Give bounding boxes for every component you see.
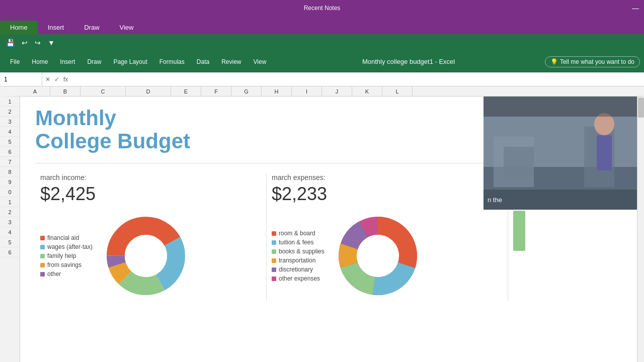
ribbon-tab-formulas[interactable]: Formulas [153,51,191,72]
room-board-dot [272,231,276,236]
expenses-legend-room: room & board [272,230,325,237]
undo-icon[interactable]: ↩ [20,38,30,48]
row-16[interactable]: 6 [0,247,20,257]
workbook-title: Monthly college budget1 - Excel [272,58,545,65]
discretionary-label: discretionary [279,266,313,273]
app-tabs: Home Insert Draw View [0,16,644,34]
row-8[interactable]: 8 [0,167,20,177]
scrollbar-thumb[interactable] [638,98,644,118]
row-5[interactable]: 5 [0,137,20,147]
svg-point-13 [125,235,167,277]
formula-input[interactable] [71,76,642,83]
row-14[interactable]: 4 [0,227,20,237]
ribbon-tab-insert[interactable]: Insert [54,51,81,72]
expenses-legend: room & board tuition & fees books & supp… [272,230,325,282]
col-header-b[interactable]: B [50,86,80,96]
row-3[interactable]: 3 [0,117,20,127]
photo-image: n the [484,97,637,210]
app-tab-view[interactable]: View [110,21,144,34]
title-bar: Recent Notes — [0,0,644,16]
save-icon[interactable]: 💾 [4,38,17,48]
wages-label: wages (after-tax) [47,243,93,250]
expenses-section: march expenses: $2,233 room & board tuit… [267,173,508,301]
expenses-legend-other: other expenses [272,275,325,282]
tuition-label: tuition & fees [279,239,313,246]
svg-rect-6 [504,147,534,177]
photo-panel: n the [484,97,637,210]
ribbon-tab-draw[interactable]: Draw [81,51,107,72]
expenses-amount: $2,233 [272,184,498,205]
function-icon[interactable]: fx [62,76,69,83]
ribbon-tab-file[interactable]: File [4,51,26,72]
expenses-legend-discretionary: discretionary [272,266,325,273]
expenses-legend-books: books & supplies [272,248,325,255]
family-help-dot [40,254,45,258]
col-header-f[interactable]: F [201,86,231,96]
tuition-dot [272,240,276,245]
col-header-i[interactable]: I [292,86,322,96]
savings-dot [40,263,45,267]
row-10[interactable]: 0 [0,187,20,197]
row-11[interactable]: 1 [0,197,20,207]
transport-dot [272,258,276,263]
books-dot [272,249,276,254]
col-header-d[interactable]: D [126,86,171,96]
discretionary-dot [272,267,276,272]
expenses-legend-tuition: tuition & fees [272,239,325,246]
row-12[interactable]: 2 [0,207,20,217]
expenses-donut [333,211,423,301]
col-header-g[interactable]: G [231,86,262,96]
ribbon-tab-view[interactable]: View [248,51,273,72]
app-tab-home[interactable]: Home [0,21,38,34]
col-header-h[interactable]: H [262,86,292,96]
row-9[interactable]: 9 [0,177,20,187]
row-2[interactable]: 2 [0,107,20,117]
income-legend-financial-aid: financial aid [40,234,93,241]
redo-icon[interactable]: ↪ [33,38,43,48]
tell-me-text: Tell me what you want to do [560,58,634,65]
vertical-scrollbar[interactable] [637,97,644,362]
income-legend-savings: from savings [40,261,93,268]
minimize-button[interactable]: — [632,4,639,12]
app-tab-insert[interactable]: Insert [38,21,74,34]
row-numbers: 1 2 3 4 5 6 7 8 9 0 1 2 3 4 5 6 [0,97,20,362]
savings-label: from savings [47,261,82,268]
ribbon-tab-home[interactable]: Home [26,51,54,72]
ribbon-tab-data[interactable]: Data [191,51,215,72]
financial-aid-label: financial aid [47,234,79,241]
col-header-k[interactable]: K [352,86,382,96]
row-6[interactable]: 6 [0,147,20,157]
svg-point-20 [357,235,399,277]
col-header-j[interactable]: J [322,86,352,96]
room-board-label: room & board [279,230,315,237]
expenses-chart-content: room & board tuition & fees books & supp… [272,211,498,301]
customize-icon[interactable]: ▼ [46,38,57,48]
ribbon-tab-pagelayout[interactable]: Page Layout [107,51,153,72]
col-header-a[interactable]: A [20,86,50,96]
col-header-c[interactable]: C [80,86,126,96]
income-section: march income: $2,425 financial aid wages… [35,173,267,301]
tell-me-box[interactable]: 💡 Tell me what you want to do [545,56,640,67]
row-7[interactable]: 7 [0,157,20,167]
expenses-label: march expenses: [272,173,498,182]
quick-access-toolbar: 💾 ↩ ↪ ▼ [0,34,644,51]
row-1[interactable]: 1 [0,97,20,107]
financial-aid-dot [40,236,45,240]
col-header-l[interactable]: L [382,86,413,96]
col-header-e[interactable]: E [171,86,201,96]
row-13[interactable]: 3 [0,217,20,227]
ribbon: File Home Insert Draw Page Layout Formul… [0,51,644,72]
family-help-label: family help [47,252,76,259]
title-bar-text: Recent Notes [304,5,341,12]
row-15[interactable]: 5 [0,237,20,247]
wages-dot [40,245,45,249]
formula-bar: ✕ ✓ fx [0,72,644,86]
confirm-icon[interactable]: ✓ [53,76,60,83]
app-tab-draw[interactable]: Draw [74,21,109,34]
row-4[interactable]: 4 [0,127,20,137]
income-legend-family: family help [40,252,93,259]
name-box[interactable] [2,72,42,86]
ribbon-tab-review[interactable]: Review [215,51,247,72]
cancel-icon[interactable]: ✕ [44,76,51,83]
svg-rect-7 [484,97,637,117]
